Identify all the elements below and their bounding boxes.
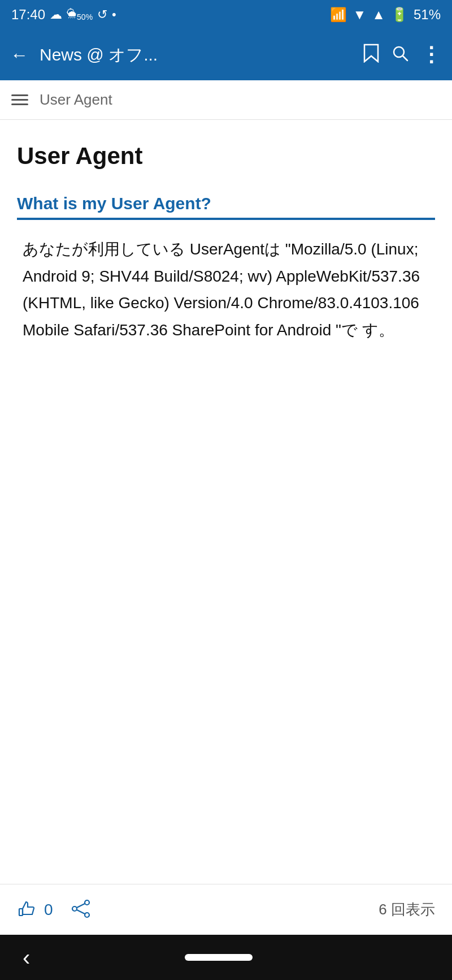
status-left: 17:40 ☁ 🌦50% ↺ •: [11, 7, 116, 23]
like-button[interactable]: 0: [17, 900, 53, 920]
sub-header: User Agent: [0, 80, 452, 120]
svg-point-5: [72, 906, 77, 911]
article-body: あなたが利用している UserAgentは "Mozilla/5.0 (Linu…: [17, 236, 435, 343]
sub-header-title: User Agent: [40, 91, 112, 109]
back-button[interactable]: ←: [10, 45, 28, 66]
svg-line-1: [403, 56, 407, 61]
thumbs-up-icon: [17, 900, 37, 920]
bookmark-icon[interactable]: [363, 44, 379, 67]
hamburger-button[interactable]: [11, 94, 28, 105]
hamburger-line-1: [11, 94, 28, 96]
content-area: User Agent What is my User Agent? あなたが利用…: [0, 120, 452, 884]
svg-point-3: [85, 900, 89, 905]
footer-bar: 0 6 回表示: [0, 884, 452, 935]
app-bar-icons: ⋮: [363, 43, 442, 67]
share-icon[interactable]: [70, 898, 92, 922]
status-bar: 17:40 ☁ 🌦50% ↺ • 📶 ▼ ▲ 🔋 51%: [0, 0, 452, 29]
sync-icon: ↺: [97, 7, 107, 22]
hamburger-line-3: [11, 103, 28, 105]
svg-line-7: [77, 910, 85, 914]
svg-point-4: [85, 913, 89, 917]
footer-left: 0: [17, 898, 92, 922]
battery-level: 51%: [414, 7, 441, 23]
weather-icon: 🌦50%: [67, 8, 93, 21]
dot-icon: •: [112, 7, 116, 22]
nav-back-button[interactable]: ‹: [23, 945, 30, 970]
page-title: User Agent: [17, 143, 435, 170]
wifi-icon: ▼: [353, 7, 366, 23]
cloud-icon: ☁: [50, 7, 62, 22]
navigation-bar: ‹: [0, 935, 452, 980]
status-right: 📶 ▼ ▲ 🔋 51%: [330, 7, 441, 23]
status-time: 17:40: [11, 7, 45, 23]
like-count: 0: [44, 901, 53, 919]
view-count: 6 回表示: [379, 900, 435, 919]
home-pill[interactable]: [185, 954, 253, 961]
svg-line-6: [77, 904, 85, 908]
hamburger-line-2: [11, 99, 28, 101]
app-bar-title: News @ オフ...: [40, 44, 352, 67]
app-bar: ← News @ オフ... ⋮: [0, 29, 452, 80]
search-icon[interactable]: [392, 45, 408, 66]
article-heading: What is my User Agent?: [17, 192, 435, 214]
signal-icon: 📶: [330, 7, 347, 23]
article-heading-underline: [17, 218, 435, 220]
battery-icon: 🔋: [391, 7, 408, 23]
network-icon: ▲: [372, 7, 385, 23]
more-icon[interactable]: ⋮: [421, 43, 442, 67]
svg-rect-2: [19, 909, 23, 916]
